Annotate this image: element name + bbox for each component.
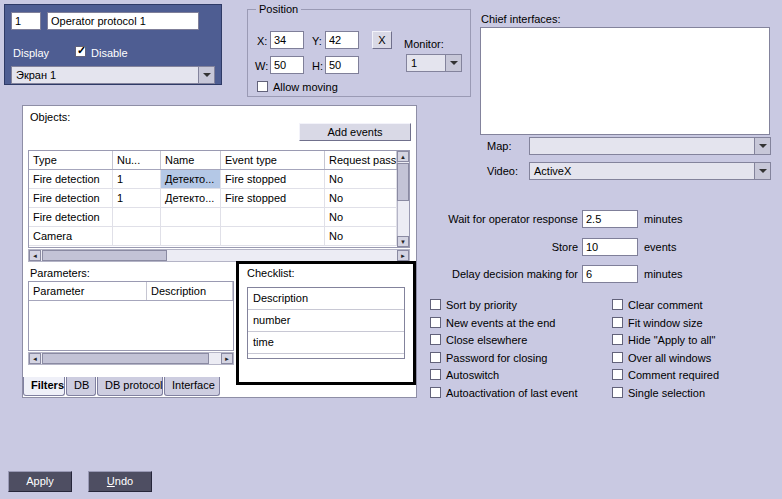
option-autoactivation-of-last-event[interactable]: Autoactivation of last event — [430, 386, 577, 399]
scroll-left-icon[interactable] — [29, 353, 41, 364]
parameters-table[interactable]: ParameterDescription — [28, 281, 234, 351]
column-header-request-pass[interactable]: Request pass — [325, 151, 397, 169]
checklist-item-description[interactable]: Description — [248, 288, 404, 310]
cell[interactable]: Fire detection — [29, 208, 113, 227]
option-clear-comment[interactable]: Clear comment — [612, 298, 703, 311]
option-over-all-windows[interactable]: Over all windows — [612, 351, 711, 364]
allow-moving-checkbox[interactable] — [257, 81, 268, 92]
chevron-down-icon[interactable] — [754, 138, 770, 154]
scroll-up-icon[interactable] — [397, 151, 409, 162]
scroll-thumb[interactable] — [397, 163, 409, 201]
scroll-down-icon[interactable] — [397, 236, 409, 247]
checkbox[interactable] — [612, 334, 623, 345]
table-row[interactable]: Fire detection1Детекто...Fire stoppedNo — [29, 170, 397, 189]
disable-checkbox[interactable] — [75, 46, 86, 57]
h-input[interactable] — [325, 56, 359, 74]
table-row[interactable]: CameraNo — [29, 227, 397, 246]
cell[interactable]: 1 — [113, 189, 161, 208]
checkbox[interactable] — [430, 387, 441, 398]
option-close-elsewhere[interactable]: Close elsewhere — [430, 333, 527, 346]
cell[interactable]: Детекто... — [161, 189, 221, 208]
column-header-name[interactable]: Name — [161, 151, 221, 169]
checklist-item-number[interactable]: number — [248, 310, 404, 332]
tab-filters[interactable]: Filters — [23, 377, 65, 396]
scroll-right-icon[interactable] — [221, 353, 233, 364]
option-single-selection[interactable]: Single selection — [612, 386, 705, 399]
undo-button[interactable]: Undo — [88, 471, 152, 492]
objects-vertical-scrollbar[interactable] — [397, 151, 409, 247]
option-comment-required[interactable]: Comment required — [612, 368, 719, 381]
column-header-description[interactable]: Description — [147, 282, 233, 300]
tab-interface[interactable]: Interface — [164, 377, 220, 396]
apply-button[interactable]: Apply — [8, 471, 72, 492]
cell[interactable] — [113, 208, 161, 227]
checkbox[interactable] — [612, 299, 623, 310]
cell[interactable] — [161, 227, 221, 246]
scroll-thumb[interactable] — [42, 250, 167, 261]
table-row[interactable]: Fire detection1Детекто...Fire stoppedNo — [29, 189, 397, 208]
scroll-right-icon[interactable] — [397, 250, 409, 261]
cell[interactable]: Fire stopped — [221, 170, 325, 189]
option-sort-by-priority[interactable]: Sort by priority — [430, 298, 517, 311]
clear-position-button[interactable]: X — [372, 31, 392, 49]
scroll-left-icon[interactable] — [29, 250, 41, 261]
checkbox[interactable] — [430, 334, 441, 345]
column-header-event-type[interactable]: Event type — [221, 151, 325, 169]
name-field[interactable] — [47, 12, 199, 30]
cell[interactable]: Fire detection — [29, 170, 113, 189]
checklist-item-time[interactable]: time — [248, 332, 404, 354]
map-select[interactable] — [529, 137, 771, 155]
add-events-button[interactable]: Add events — [299, 123, 411, 141]
objects-table[interactable]: TypeNu...NameEvent typeRequest passFire … — [28, 150, 410, 248]
monitor-select[interactable]: 1 — [406, 54, 462, 72]
column-header-type[interactable]: Type — [29, 151, 113, 169]
cell[interactable]: 1 — [113, 170, 161, 189]
option-autoswitch[interactable]: Autoswitch — [430, 368, 499, 381]
parameters-horizontal-scrollbar[interactable] — [28, 352, 234, 365]
chevron-down-icon[interactable] — [198, 67, 214, 83]
cell[interactable] — [161, 208, 221, 227]
cell[interactable]: No — [325, 227, 397, 246]
wait-response-input[interactable] — [582, 210, 638, 228]
cell[interactable]: Fire detection — [29, 189, 113, 208]
cell[interactable]: Fire stopped — [221, 189, 325, 208]
checkbox[interactable] — [612, 352, 623, 363]
cell[interactable] — [221, 227, 325, 246]
video-select[interactable]: ActiveX — [529, 162, 771, 180]
tab-db[interactable]: DB — [66, 377, 96, 396]
option-password-for-closing[interactable]: Password for closing — [430, 351, 548, 364]
checkbox[interactable] — [430, 317, 441, 328]
checklist-listbox[interactable]: Descriptionnumbertime — [247, 287, 405, 359]
id-field[interactable] — [11, 12, 41, 30]
delay-decision-input[interactable] — [582, 265, 638, 283]
option-fit-window-size[interactable]: Fit window size — [612, 316, 703, 329]
chevron-down-icon[interactable] — [445, 55, 461, 71]
scroll-thumb[interactable] — [42, 353, 209, 364]
checkbox[interactable] — [430, 369, 441, 380]
store-input[interactable] — [582, 238, 638, 256]
y-input[interactable] — [325, 31, 359, 49]
checkbox[interactable] — [612, 387, 623, 398]
table-row[interactable]: Fire detectionNo — [29, 208, 397, 227]
cell[interactable] — [113, 227, 161, 246]
cell[interactable]: Camera — [29, 227, 113, 246]
checkbox[interactable] — [430, 352, 441, 363]
w-input[interactable] — [270, 56, 304, 74]
cell[interactable]: No — [325, 189, 397, 208]
x-input[interactable] — [270, 31, 304, 49]
option-new-events-at-the-end[interactable]: New events at the end — [430, 316, 555, 329]
screen-select[interactable]: Экран 1 — [11, 66, 215, 84]
cell[interactable] — [221, 208, 325, 227]
option-hide-apply-to-all[interactable]: Hide "Apply to all" — [612, 333, 715, 346]
checkbox[interactable] — [612, 369, 623, 380]
cell[interactable]: Детекто... — [161, 170, 221, 189]
tab-db-protocol[interactable]: DB protocol — [97, 377, 163, 396]
cell[interactable]: No — [325, 208, 397, 227]
chief-interfaces-listbox[interactable] — [480, 27, 770, 135]
cell[interactable]: No — [325, 170, 397, 189]
checkbox[interactable] — [430, 299, 441, 310]
chevron-down-icon[interactable] — [754, 163, 770, 179]
column-header-parameter[interactable]: Parameter — [29, 282, 147, 300]
column-header-nu[interactable]: Nu... — [113, 151, 161, 169]
checkbox[interactable] — [612, 317, 623, 328]
